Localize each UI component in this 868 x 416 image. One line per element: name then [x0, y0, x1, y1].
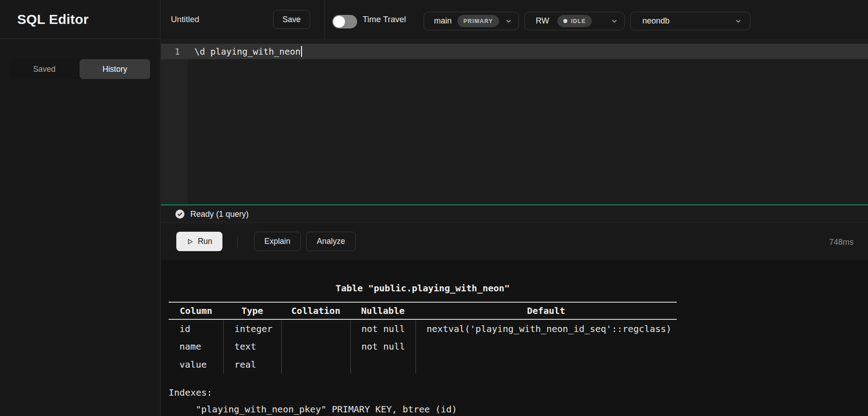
compute-status-text: IDLE: [571, 18, 586, 24]
topbar-divider: [324, 0, 325, 39]
save-button[interactable]: Save: [273, 10, 310, 29]
line-number-gutter: [161, 44, 188, 204]
main-panel: Untitled Save Time Travel main PRIMARY R…: [161, 0, 868, 416]
code-editor[interactable]: 1 \d playing_with_neon: [161, 39, 868, 204]
table-cell: real: [223, 355, 281, 374]
chevron-down-icon: [505, 18, 512, 25]
explain-button[interactable]: Explain: [254, 232, 301, 251]
table-cell: name: [169, 337, 223, 355]
branch-selector[interactable]: main PRIMARY: [424, 12, 519, 30]
saved-history-tabs: Saved History: [9, 59, 150, 79]
column-header: Collation: [281, 302, 350, 319]
line-number: 1: [161, 47, 188, 56]
query-duration: 748ms: [829, 224, 854, 261]
tab-saved[interactable]: Saved: [9, 59, 80, 79]
table-cell: not null: [350, 337, 415, 355]
query-toolbar: Run Explain Analyze 748ms: [161, 224, 868, 261]
compute-selector[interactable]: RW IDLE: [524, 12, 625, 30]
results-panel: Table "public.playing_with_neon" Column …: [161, 261, 868, 416]
table-row: name text not null: [169, 337, 677, 355]
table-cell: [281, 355, 350, 374]
table-cell: value: [169, 355, 223, 374]
database-name: neondb: [642, 16, 670, 26]
run-label: Run: [198, 237, 212, 246]
editor-current-line[interactable]: 1 \d playing_with_neon: [161, 44, 868, 59]
analyze-button[interactable]: Analyze: [306, 232, 356, 251]
table-header-row: Column Type Collation Nullable Default: [169, 302, 677, 319]
query-title: Untitled: [171, 0, 199, 39]
table-cell: text: [223, 337, 281, 355]
toggle-knob-icon: [333, 16, 345, 28]
database-selector[interactable]: neondb: [630, 12, 750, 30]
code-text[interactable]: \d playing_with_neon: [194, 46, 302, 57]
chevron-down-icon: [735, 18, 742, 25]
branch-name: main: [434, 16, 452, 26]
play-icon: [186, 238, 193, 245]
branch-primary-badge: PRIMARY: [458, 15, 499, 27]
time-travel-toggle[interactable]: [332, 15, 357, 28]
column-header: Column: [169, 302, 223, 319]
compute-status-badge: IDLE: [557, 15, 592, 27]
column-header: Type: [223, 302, 281, 319]
result-table-title: Table "public.playing_with_neon": [169, 284, 677, 293]
indexes-label: Indexes:: [169, 384, 868, 401]
sql-editor-app: SQL Editor Saved History Untitled Save T…: [0, 0, 868, 416]
toolbar-separator: [237, 236, 238, 248]
table-cell: [415, 337, 677, 355]
idle-status-dot-icon: [563, 19, 567, 23]
text-caret: [301, 46, 302, 57]
table-cell: not null: [350, 319, 415, 337]
topbar: Untitled Save Time Travel main PRIMARY R…: [161, 0, 868, 39]
table-row: value real: [169, 355, 677, 374]
sidebar-header: SQL Editor: [0, 0, 160, 39]
table-cell: nextval('playing_with_neon_id_seq'::regc…: [415, 319, 677, 337]
time-travel-label: Time Travel: [363, 0, 406, 39]
column-header: Default: [415, 302, 677, 319]
run-button[interactable]: Run: [176, 232, 222, 251]
sidebar: SQL Editor Saved History: [0, 0, 160, 416]
status-text: Ready (1 query): [190, 210, 249, 219]
compute-name: RW: [536, 16, 549, 26]
page-title: SQL Editor: [17, 12, 89, 27]
column-header: Nullable: [350, 302, 415, 319]
table-cell: [350, 355, 415, 374]
chevron-down-icon: [611, 18, 618, 25]
indexes-section: Indexes: "playing_with_neon_pkey" PRIMAR…: [169, 384, 868, 416]
tab-history[interactable]: History: [80, 59, 150, 79]
table-cell: [281, 319, 350, 337]
check-circle-icon: [175, 210, 184, 219]
table-row: id integer not null nextval('playing_wit…: [169, 319, 677, 337]
result-table: Column Type Collation Nullable Default i…: [169, 302, 677, 374]
table-cell: [281, 337, 350, 355]
table-cell: [415, 355, 677, 374]
status-bar: Ready (1 query): [161, 206, 868, 223]
table-cell: integer: [223, 319, 281, 337]
table-cell: id: [169, 319, 223, 337]
index-definition: "playing_with_neon_pkey" PRIMARY KEY, bt…: [169, 401, 868, 416]
